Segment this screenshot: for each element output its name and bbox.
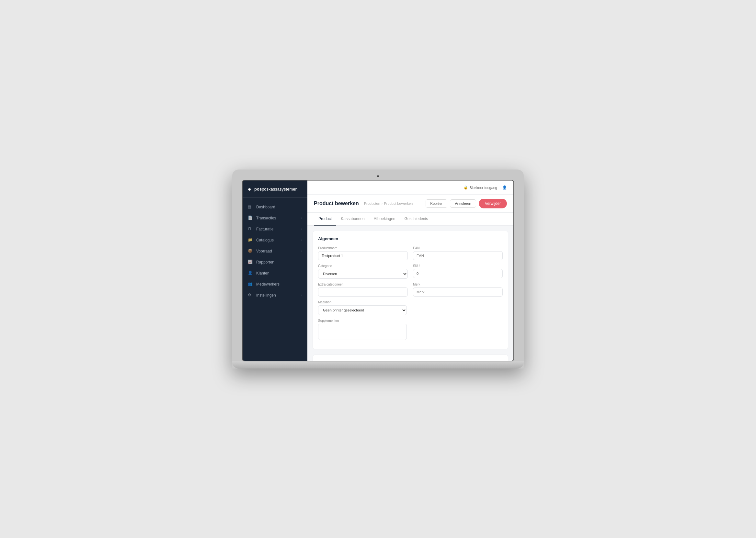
user-menu[interactable]: 👤 <box>502 186 507 189</box>
sidebar-item-klanten[interactable]: 👤 Klanten <box>243 268 307 279</box>
sku-group: SKU <box>413 264 503 279</box>
stock-icon: 📦 <box>248 248 253 254</box>
invoice-icon: 🗒 <box>248 227 253 232</box>
sidebar-item-catalogus[interactable]: 📁 Catalogus › <box>243 235 307 246</box>
tab-product[interactable]: Product <box>314 213 336 226</box>
tab-kassabonnen[interactable]: Kassabonnen <box>336 213 369 226</box>
page-header-left: Product bewerken Producten › Product bew… <box>314 201 413 206</box>
form-row-3: Extra categorieën Merk <box>318 283 503 296</box>
customers-icon: 👤 <box>248 271 253 276</box>
lock-icon: 🔒 <box>463 186 468 189</box>
sidebar-item-facturatie[interactable]: 🗒 Facturatie › <box>243 224 307 235</box>
merk-input[interactable] <box>413 288 503 296</box>
extra-categorieen-input[interactable] <box>318 288 408 296</box>
block-access-label: Blokkeer toegang <box>469 186 497 189</box>
sidebar-item-label: Facturatie <box>256 227 273 232</box>
breadcrumb-current: Product bewerken <box>384 202 413 205</box>
reports-icon: 📈 <box>248 260 253 265</box>
tabs-nav: Product Kassabonnen Afboekingen Geschied… <box>307 213 513 226</box>
sidebar-item-rapporten[interactable]: 📈 Rapporten <box>243 257 307 268</box>
extra-categorieen-group: Extra categorieën <box>318 283 408 296</box>
productnaam-group: Productnaam <box>318 246 408 260</box>
sku-input[interactable] <box>413 269 503 278</box>
sidebar-item-label: Catalogus <box>256 238 274 242</box>
dashboard-icon: ▦ <box>248 204 253 210</box>
logo-text: posposkassasystemen <box>254 187 298 191</box>
form-row-1: Productnaam EAN <box>318 246 503 260</box>
sku-label: SKU <box>413 264 503 268</box>
price-header: Prijs Variabele prijs <box>318 360 503 361</box>
sidebar-item-medewerkers[interactable]: 👥 Medewerkers <box>243 279 307 290</box>
maakbon-group: Maakbon Geen printer geselecteerd <box>318 300 503 315</box>
sidebar-item-instellingen[interactable]: ⚙ Instellingen › <box>243 290 307 301</box>
sidebar-item-label: Instellingen <box>256 293 276 297</box>
main-content: 🔒 Blokkeer toegang 👤 Product bewerken Pr… <box>307 181 513 361</box>
merk-group: Merk <box>413 283 503 296</box>
sidebar-item-label: Transacties <box>256 216 276 220</box>
prijs-title: Prijs <box>318 360 327 361</box>
employees-icon: 👥 <box>248 282 253 287</box>
breadcrumb: Producten › Product bewerken <box>364 202 413 205</box>
sidebar-item-label: Medewerkers <box>256 282 280 287</box>
breadcrumb-products: Producten <box>364 202 380 205</box>
logo-icon: ◈ <box>248 187 253 191</box>
copy-button[interactable]: Kopiëer <box>426 199 448 208</box>
ean-group: EAN <box>413 246 503 260</box>
logo: ◈ posposkassasystemen <box>243 181 307 198</box>
maakbon-label: Maakbon <box>318 300 503 304</box>
settings-icon: ⚙ <box>248 293 253 298</box>
cancel-button[interactable]: Annuleren <box>450 199 476 208</box>
laptop-base <box>232 361 524 368</box>
maakbon-select[interactable]: Geen printer geselecteerd <box>318 305 407 315</box>
page-title: Product bewerken <box>314 201 359 206</box>
chevron-right-icon: › <box>301 239 302 242</box>
page-header: Product bewerken Producten › Product bew… <box>307 195 513 213</box>
user-avatar-icon: 👤 <box>502 186 507 189</box>
catalog-icon: 📁 <box>248 238 253 243</box>
algemeen-section: Algemeen Productnaam EAN <box>312 231 508 350</box>
form-row-4: Maakbon Geen printer geselecteerd <box>318 300 503 315</box>
categorie-group: Categorie Diversen <box>318 264 408 279</box>
block-access-item[interactable]: 🔒 Blokkeer toegang <box>463 186 497 189</box>
breadcrumb-separator: › <box>382 202 383 205</box>
productnaam-input[interactable] <box>318 251 408 260</box>
supplementen-label: Supplementen <box>318 319 407 322</box>
extra-categorieen-label: Extra categorieën <box>318 283 408 286</box>
sidebar-item-label: Klanten <box>256 271 269 276</box>
productnaam-label: Productnaam <box>318 246 408 250</box>
form-row-2: Categorie Diversen SKU <box>318 264 503 279</box>
sidebar-item-label: Dashboard <box>256 205 275 209</box>
sidebar-item-voorraad[interactable]: 📦 Voorraad › <box>243 246 307 257</box>
sidebar-nav: ▦ Dashboard 📄 Transacties › 🗒 Facturatie… <box>243 198 307 361</box>
content-area: Algemeen Productnaam EAN <box>307 226 513 361</box>
supplementen-textarea[interactable] <box>318 324 407 340</box>
form-row-5: Supplementen <box>318 319 503 340</box>
ean-label: EAN <box>413 246 503 250</box>
sidebar-item-label: Rapporten <box>256 260 274 264</box>
page-actions: Kopiëer Annuleren Opslaan Verwijder <box>426 199 507 208</box>
transactions-icon: 📄 <box>248 216 253 221</box>
sidebar: ◈ posposkassasystemen ▦ Dashboard 📄 Tran… <box>243 181 307 361</box>
supplementen-group: Supplementen <box>318 319 407 340</box>
chevron-right-icon: › <box>301 228 302 231</box>
tab-geschiedenis[interactable]: Geschiedenis <box>400 213 433 226</box>
topbar: 🔒 Blokkeer toegang 👤 <box>307 181 513 195</box>
tab-afboekingen[interactable]: Afboekingen <box>369 213 400 226</box>
sidebar-item-dashboard[interactable]: ▦ Dashboard <box>243 202 307 213</box>
ean-input[interactable] <box>413 251 503 260</box>
categorie-label: Categorie <box>318 264 408 268</box>
chevron-right-icon: › <box>301 249 302 253</box>
prijs-section: Prijs Variabele prijs Verkoopprijs (incl… <box>312 354 508 361</box>
chevron-right-icon: › <box>301 294 302 297</box>
sidebar-item-transacties[interactable]: 📄 Transacties › <box>243 213 307 224</box>
merk-label: Merk <box>413 283 503 286</box>
chevron-right-icon: › <box>301 217 302 220</box>
categorie-select[interactable]: Diversen <box>318 269 408 279</box>
delete-button[interactable]: Verwijder <box>479 199 507 208</box>
section-title-algemeen: Algemeen <box>318 236 503 241</box>
sidebar-item-label: Voorraad <box>256 249 272 253</box>
